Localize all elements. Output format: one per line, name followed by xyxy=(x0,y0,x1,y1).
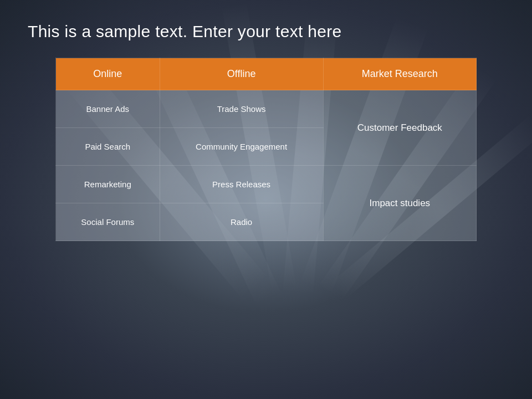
cell-social-forums: Social Forums xyxy=(56,203,160,241)
slide-title: This is a sample text. Enter your text h… xyxy=(28,22,504,41)
table-row: Remarketing Press Releases Impact studie… xyxy=(56,166,477,203)
cell-paid-search: Paid Search xyxy=(56,128,160,166)
table-header-row: Online Offline Market Research xyxy=(56,58,477,90)
cell-radio: Radio xyxy=(160,203,323,241)
cell-community-engagement: Community Engagement xyxy=(160,128,323,166)
header-online: Online xyxy=(56,58,160,90)
header-market-research: Market Research xyxy=(323,58,476,90)
cell-remarketing: Remarketing xyxy=(56,166,160,203)
data-table: Online Offline Market Research Banner Ad… xyxy=(55,58,477,241)
cell-press-releases: Press Releases xyxy=(160,166,323,203)
cell-customer-feedback: Customer Feedback xyxy=(323,90,476,166)
header-offline: Offline xyxy=(160,58,323,90)
cell-banner-ads: Banner Ads xyxy=(56,90,160,128)
table-row: Banner Ads Trade Shows Customer Feedback xyxy=(56,90,477,128)
cell-impact-studies: Impact studies xyxy=(323,166,476,241)
cell-trade-shows: Trade Shows xyxy=(160,90,323,128)
